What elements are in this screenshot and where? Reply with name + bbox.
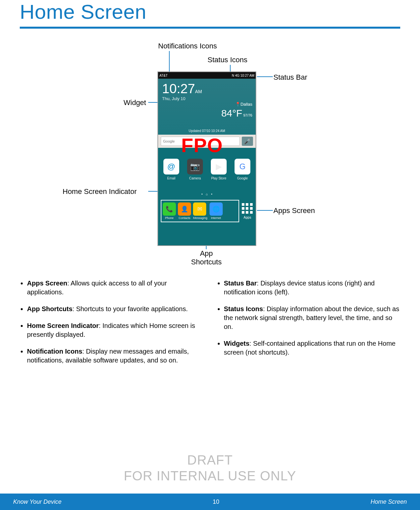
bullet-item: Widgets: Self-contained applications tha…: [224, 339, 401, 357]
dock-label: Contacts: [179, 216, 190, 220]
leader-line: [257, 210, 273, 211]
footer-right: Home Screen: [371, 498, 407, 505]
page-title: Home Screen: [0, 0, 420, 27]
app-label: Google: [237, 176, 248, 180]
widget-hi: 97: [243, 113, 247, 117]
draft-top: DRAFT: [0, 452, 420, 468]
fpo-stamp: FPO: [181, 134, 223, 157]
bullet-col-left: Apps Screen: Allows quick access to all …: [20, 279, 204, 373]
dock-label: Internet: [211, 216, 221, 220]
callout-app-shortcuts: App Shortcuts: [191, 249, 222, 266]
app-label: Camera: [189, 176, 201, 180]
carrier-label: AT&T: [159, 74, 168, 77]
bullet-col-right: Status Bar: Displays device status icons…: [217, 279, 401, 373]
mic-icon[interactable]: 🎤: [242, 137, 253, 146]
app-label: Email: [167, 176, 175, 180]
bullet-item: Home Screen Indicator: Indicates which H…: [27, 321, 204, 339]
widget-time: 10:27: [162, 81, 195, 96]
dock-internet[interactable]: 🌐Internet: [210, 202, 223, 220]
dock-label: Phone: [165, 216, 174, 220]
title-rule: [20, 27, 400, 29]
app-icon-google[interactable]: GGoogle: [233, 159, 252, 180]
callout-status-bar: Status Bar: [273, 73, 307, 82]
widget-am: AM: [195, 89, 202, 94]
draft-watermark: DRAFT FOR INTERNAL USE ONLY: [0, 452, 420, 484]
bullet-item: App Shortcuts: Shortcuts to your favorit…: [27, 305, 204, 313]
callout-apps-screen: Apps Screen: [273, 206, 315, 215]
callout-home-screen-indicator: Home Screen Indicator: [63, 187, 137, 196]
draft-bottom: FOR INTERNAL USE ONLY: [0, 468, 420, 484]
dock-box: 📞Phone 👤Contacts ✉Messaging 🌐Internet: [161, 200, 239, 222]
home-screen-indicator: •⌂•: [158, 191, 256, 197]
leader-line: [169, 51, 170, 74]
bullet-item: Apps Screen: Allows quick access to all …: [27, 279, 204, 297]
bullet-columns: Apps Screen: Allows quick access to all …: [0, 269, 420, 373]
phone-mock: AT&T N 4G 10:27 AM 10:27AM Thu, July 10 …: [157, 71, 256, 246]
status-icons-text: N 4G 10:27 AM: [232, 74, 254, 77]
widget-updated: Updated 07/10 10:24 AM: [158, 129, 256, 133]
app-icon-playstore[interactable]: ▶Play Store: [209, 159, 228, 180]
weather-widget: 10:27AM Thu, July 10 📍Dallas 84°F 97/76 …: [158, 79, 256, 135]
callout-status-icons: Status Icons: [208, 56, 247, 64]
callout-notifications-icons: Notifications Icons: [158, 42, 217, 50]
page-footer: Know Your Device 10 Home Screen: [0, 494, 420, 510]
dock-phone[interactable]: 📞Phone: [163, 202, 176, 220]
callout-widget: Widget: [124, 98, 146, 107]
dock-contacts[interactable]: 👤Contacts: [178, 202, 191, 220]
dock-label: Messaging: [193, 216, 208, 220]
diagram: Notifications Icons Status Icons Status …: [0, 39, 420, 269]
widget-temp: 84°F: [221, 108, 242, 119]
leader-line: [257, 76, 273, 77]
bullet-item: Status Bar: Displays device status icons…: [224, 279, 401, 297]
widget-date: Thu, July 10: [162, 96, 252, 101]
app-icon-camera[interactable]: 📷Camera: [185, 159, 205, 180]
dock-area: 📞Phone 👤Contacts ✉Messaging 🌐Internet Ap…: [158, 197, 256, 226]
apps-screen-button[interactable]: Apps: [242, 203, 253, 219]
app-label: Play Store: [211, 176, 226, 180]
bullet-item: Notification Icons: Display new messages…: [27, 347, 204, 365]
footer-left: Know Your Device: [13, 498, 62, 505]
dock-messaging[interactable]: ✉Messaging: [193, 202, 208, 220]
apps-label: Apps: [244, 216, 251, 219]
bullet-item: Status Icons: Display information about …: [224, 305, 401, 331]
footer-page-number: 10: [213, 498, 219, 505]
widget-location: Dallas: [240, 102, 252, 107]
widget-lo: 76: [248, 113, 252, 117]
app-icon-email[interactable]: @Email: [162, 159, 181, 180]
status-bar: AT&T N 4G 10:27 AM: [158, 72, 256, 79]
